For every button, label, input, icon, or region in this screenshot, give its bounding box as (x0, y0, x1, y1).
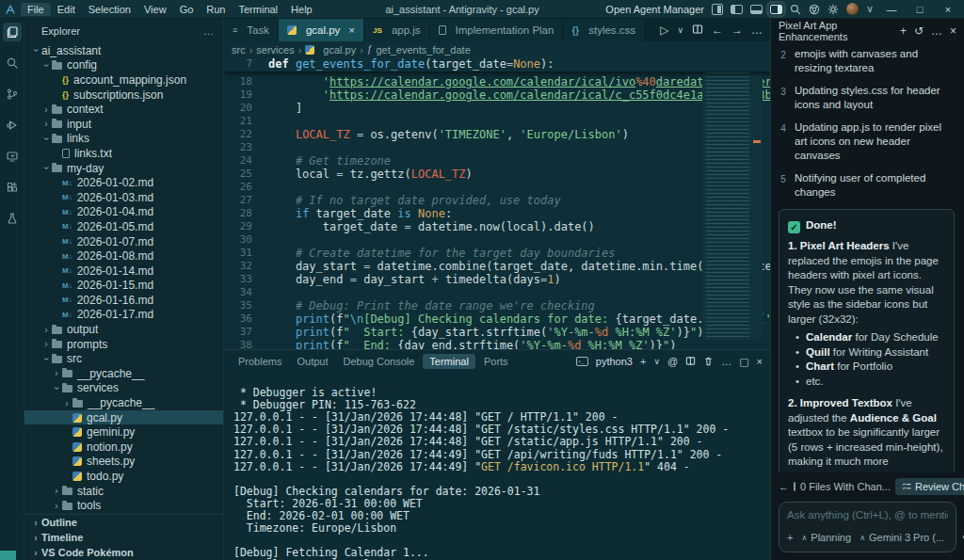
panel-tab-output[interactable]: Output (290, 354, 334, 369)
breadcrumb-item[interactable]: services (256, 44, 294, 56)
tree-item-config[interactable]: ›config (24, 58, 223, 73)
tree-item-account_mapping.json[interactable]: {}account_mapping.json (24, 72, 223, 88)
panel-more-icon[interactable]: … (721, 356, 731, 367)
code-editor[interactable]: 7def get_events_for_date(target_date=Non… (224, 57, 770, 349)
tree-item-2026-01-15.md[interactable]: M↓2026-01-15.md (24, 279, 223, 294)
navigate-forward-icon[interactable]: → (731, 24, 743, 37)
mode-selector[interactable]: ∧ Planning (801, 532, 851, 543)
search-sidebar-icon[interactable] (3, 54, 22, 72)
panel-tab-ports[interactable]: Ports (477, 354, 515, 369)
history-icon[interactable]: ↺ (914, 24, 924, 38)
toggle-left-sidebar-icon[interactable] (731, 5, 743, 14)
add-context-icon[interactable]: + (787, 532, 793, 543)
close-agent-panel-icon[interactable]: × (950, 24, 956, 38)
panel-tab-debug-console[interactable]: Debug Console (337, 354, 422, 369)
collapse-files-icon[interactable]: ← (779, 481, 789, 492)
tree-item-prompts[interactable]: ›prompts (24, 337, 223, 352)
shell-label[interactable]: python3 (596, 356, 633, 367)
tree-item-2026-01-03.md[interactable]: M↓2026-01-03.md (24, 190, 223, 205)
user-avatar[interactable] (846, 3, 859, 15)
breadcrumb[interactable]: src›services›gcal.py›ƒget_events_for_dat… (224, 41, 770, 57)
terminal-dropdown-icon[interactable]: ∨ (653, 357, 660, 366)
menu-terminal[interactable]: Terminal (233, 3, 285, 16)
menu-run[interactable]: Run (200, 3, 232, 16)
open-agent-manager-button[interactable]: Open Agent Manager (605, 4, 704, 15)
plan-step[interactable]: 2emojis with canvases and resizing texta… (779, 47, 955, 75)
tree-item-static[interactable]: ›static (24, 484, 223, 499)
explorer-icon[interactable] (3, 23, 22, 41)
breadcrumb-item[interactable]: gcal.py (323, 44, 356, 56)
tab-implementation-plan[interactable]: Implementation Plan (430, 19, 564, 41)
tab-task[interactable]: ≡Task (224, 19, 279, 41)
search-icon[interactable] (790, 4, 801, 15)
tree-item-links[interactable]: ›links (24, 132, 223, 147)
tree-item-2026-01-05.md[interactable]: M↓2026-01-05.md (24, 219, 223, 234)
split-terminal-icon[interactable] (685, 356, 696, 368)
breadcrumb-item[interactable]: src (232, 44, 246, 56)
tree-item-gcal.py[interactable]: gcal.py (24, 410, 223, 425)
kill-terminal-icon[interactable] (703, 356, 714, 368)
tab-app.js[interactable]: JSapp.js (364, 19, 429, 41)
run-dropdown-icon[interactable]: ∨ (677, 25, 683, 35)
plan-step[interactable]: 4Updating app.js to render pixel art ico… (779, 120, 955, 163)
tree-item-todo.py[interactable]: todo.py (24, 469, 223, 484)
tree-item-context[interactable]: ›context (24, 102, 223, 117)
toggle-right-panel-icon[interactable] (770, 5, 782, 14)
chat-input-placeholder[interactable]: Ask anything (Ctrl+L), @ to mention, / f… (787, 509, 948, 520)
agent-conversation[interactable]: 2emojis with canvases and resizing texta… (771, 43, 964, 472)
account-chevron-icon[interactable]: ∨ (866, 4, 874, 14)
window-minimize-button[interactable]: — (881, 4, 902, 15)
tree-item-2026-01-07.md[interactable]: M↓2026-01-07.md (24, 234, 223, 249)
sidebar-section-outline[interactable]: ›Outline (24, 515, 223, 530)
tree-item-services[interactable]: ›services (24, 381, 223, 396)
menu-selection[interactable]: Selection (82, 3, 137, 16)
menu-help[interactable]: Help (284, 3, 319, 16)
remote-explorer-icon[interactable] (3, 147, 22, 166)
close-panel-icon[interactable]: × (757, 356, 763, 367)
tree-item-2026-01-04.md[interactable]: M↓2026-01-04.md (24, 205, 223, 220)
chat-input-box[interactable]: Ask anything (Ctrl+L), @ to mention, / f… (779, 502, 956, 552)
tree-item-subscriptions.json[interactable]: {}subscriptions.json (24, 88, 223, 103)
sidebar-section-vs-code-pokémon[interactable]: ›VS Code Pokémon (24, 545, 223, 560)
browser-icon[interactable] (809, 4, 820, 15)
agent-manager-icon[interactable] (712, 4, 723, 15)
panel-tab-problems[interactable]: Problems (232, 354, 288, 369)
tree-item-input[interactable]: ›input (24, 117, 223, 132)
tree-item-links.txt[interactable]: links.txt (24, 146, 223, 161)
tree-item-gemini.py[interactable]: gemini.py (24, 424, 223, 440)
close-tab-icon[interactable]: × (348, 24, 355, 36)
maximize-panel-icon[interactable]: ▢ (739, 356, 748, 368)
menu-go[interactable]: Go (173, 3, 201, 16)
source-control-icon[interactable] (3, 85, 22, 104)
tree-item-sheets.py[interactable]: sheets.py (24, 455, 223, 470)
tree-item-src[interactable]: ›src (24, 351, 223, 366)
extensions-icon[interactable] (3, 178, 22, 197)
agent-more-icon[interactable]: … (931, 24, 942, 38)
tree-item-__pycache__[interactable]: ›__pycache__ (24, 366, 223, 381)
menu-edit[interactable]: Edit (51, 3, 82, 16)
new-chat-icon[interactable]: + (900, 24, 907, 38)
plan-step[interactable]: 3Updating styles.css for header icons an… (779, 84, 955, 112)
sidebar-section-timeline[interactable]: ›Timeline (24, 530, 223, 545)
window-maximize-button[interactable]: □ (909, 4, 930, 15)
tree-item-ai_assistant[interactable]: ›ai_assistant (24, 43, 223, 58)
run-debug-icon[interactable] (3, 116, 22, 135)
terminal-output[interactable]: * Debugger is active! * Debugger PIN: 11… (224, 373, 770, 560)
split-editor-icon[interactable] (692, 24, 703, 38)
tree-item-2026-01-14.md[interactable]: M↓2026-01-14.md (24, 264, 223, 279)
tree-item-2026-01-16.md[interactable]: M↓2026-01-16.md (24, 293, 223, 308)
toggle-bottom-panel-icon[interactable] (750, 5, 763, 14)
tree-item-notion.py[interactable]: notion.py (24, 440, 223, 455)
review-changes-button[interactable]: Review Changes (895, 478, 964, 495)
model-selector[interactable]: ∧ Gemini 3 Pro (... (860, 532, 944, 543)
settings-gear-icon[interactable] (827, 4, 839, 15)
plan-step[interactable]: 5Notifying user of completed changes (779, 171, 955, 200)
menu-view[interactable]: View (137, 3, 173, 16)
new-terminal-icon[interactable]: + (640, 356, 646, 367)
window-close-button[interactable]: × (938, 4, 958, 15)
tab-gcal.py[interactable]: gcal.py× (279, 19, 364, 41)
navigate-back-icon[interactable]: ← (712, 24, 723, 37)
explorer-more-icon[interactable]: … (203, 26, 214, 37)
minimap[interactable] (702, 57, 763, 340)
menu-file[interactable]: File (21, 3, 51, 16)
